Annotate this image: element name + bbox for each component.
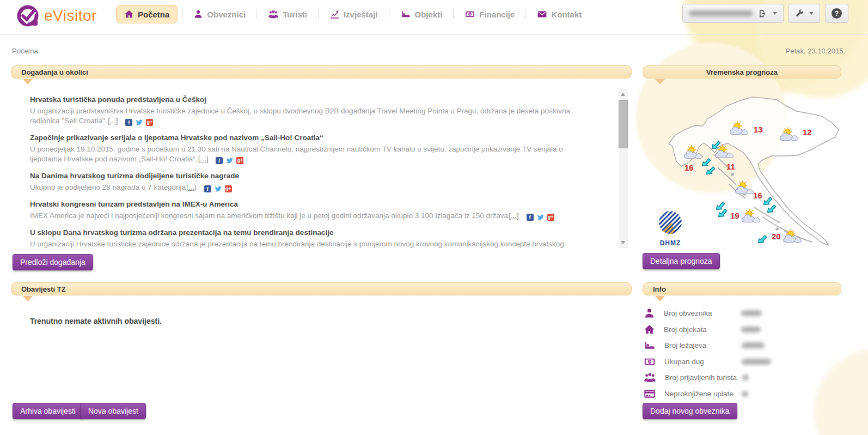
- facebook-icon[interactable]: f: [216, 157, 223, 164]
- googleplus-icon[interactable]: g+: [547, 214, 554, 221]
- temp-label: 20: [772, 232, 781, 241]
- info-label: Neproknjižene uplate: [664, 390, 742, 398]
- money-icon: [464, 9, 475, 19]
- event-item: Hrvatska turistička ponuda predstavljena…: [30, 95, 587, 126]
- notices-archive-button[interactable]: Arhiva obavijesti: [13, 403, 83, 419]
- nav-item-pocetna[interactable]: Početna: [116, 5, 178, 23]
- nav-divider: [256, 9, 257, 19]
- evisitor-logo[interactable]: eVisitor: [16, 4, 97, 27]
- event-title: U sklopu Dana hrvatskog turizma održana …: [30, 228, 587, 238]
- add-obveznik-button[interactable]: Dodaj novog obveznika: [643, 403, 737, 419]
- question-icon: ?: [832, 8, 842, 19]
- help-button[interactable]: ?: [825, 4, 848, 23]
- event-summary: U ponedjeljak 19.10.2015. godine s počet…: [30, 144, 587, 164]
- user-menu-button[interactable]: [682, 4, 784, 23]
- read-more-link[interactable]: [...]: [108, 117, 118, 125]
- info-row-lezajevi: Broj ležajeva: [643, 337, 841, 354]
- read-more-link[interactable]: [...]: [186, 183, 197, 191]
- weather-panel-header: Vremenska prognoza: [643, 65, 841, 78]
- nav-item-kontakt[interactable]: Kontakt: [530, 6, 588, 22]
- person-icon: [193, 9, 203, 19]
- nav-divider: [453, 9, 454, 19]
- event-title: Započinje prikazivanje serijala o ljepot…: [30, 133, 587, 143]
- home-icon: [124, 9, 134, 19]
- info-row-dug: Ukupan dug: [643, 354, 841, 370]
- evisitor-logo-icon: [16, 4, 39, 27]
- wrench-icon: [795, 9, 804, 18]
- redacted-value: [742, 391, 748, 397]
- redacted-value: [742, 342, 765, 348]
- info-label: Ukupan dug: [664, 358, 742, 366]
- breadcrumb[interactable]: Početna: [12, 47, 38, 55]
- event-summary: U organizaciji predstavništva Hrvatske t…: [30, 106, 587, 126]
- event-item: U sklopu Dana hrvatskog turizma održana …: [30, 228, 587, 249]
- app-header: eVisitor Početna Obveznici Turisti Izvje…: [0, 0, 868, 34]
- redacted-value: [741, 327, 761, 333]
- home-icon: [644, 324, 655, 335]
- read-more-link[interactable]: [...]: [509, 212, 519, 220]
- twitter-icon[interactable]: [136, 119, 143, 126]
- redacted-value: [742, 359, 771, 365]
- temp-label: 11: [726, 162, 735, 171]
- current-date: Petak, 23.10.2015.: [786, 47, 845, 55]
- twitter-icon[interactable]: [537, 214, 544, 221]
- new-notice-button[interactable]: Nova obavijest: [81, 403, 146, 419]
- temp-label: 16: [753, 191, 762, 200]
- events-panel-header: Događanja u okolici: [11, 65, 632, 78]
- nav-divider: [182, 9, 182, 19]
- info-row-objekti: Broj objekata: [643, 322, 841, 338]
- panel-pointer: [655, 79, 665, 84]
- twitter-icon[interactable]: [226, 157, 233, 164]
- group-icon: [644, 372, 656, 383]
- event-body: U ponedjeljak 19.10.2015. godine s počet…: [30, 145, 563, 163]
- googleplus-icon[interactable]: g+: [225, 185, 232, 192]
- event-summary: U organizaciji Hrvatske turističke zajed…: [30, 239, 587, 249]
- info-stats: Broj obveznika Broj objekata Broj ležaje…: [643, 305, 841, 402]
- detailed-forecast-button[interactable]: Detaljna prognoza: [643, 253, 720, 269]
- info-row-obveznici: Broj obveznika: [643, 305, 841, 322]
- nav-item-financije[interactable]: Financije: [458, 6, 521, 22]
- chevron-down-icon: [773, 12, 777, 15]
- googleplus-icon[interactable]: g+: [146, 119, 153, 126]
- user-name-redacted: [689, 10, 753, 16]
- facebook-icon[interactable]: f: [527, 214, 534, 221]
- nav-label: Kontakt: [551, 10, 582, 19]
- suggest-events-button[interactable]: Predloži događanja: [13, 254, 93, 270]
- nav-item-objekti[interactable]: Objekti: [394, 6, 449, 22]
- header-divider: [0, 34, 868, 35]
- settings-button[interactable]: [788, 4, 820, 23]
- nav-item-obveznici[interactable]: Obveznici: [187, 6, 252, 22]
- panel-pointer: [655, 296, 665, 301]
- event-item: Hrvatski kongresni turizam predstavljen …: [30, 200, 587, 221]
- redacted-value: [741, 310, 762, 316]
- scroll-up-arrow[interactable]: [621, 93, 625, 96]
- info-row-turisti: Broj prijavljenih turista: [643, 370, 841, 386]
- notices-panel-header: Obavijesti TZ: [11, 282, 632, 295]
- read-more-link[interactable]: [...]: [198, 155, 209, 163]
- info-panel-header: Info: [643, 282, 841, 295]
- croatia-outline: [669, 97, 839, 245]
- mail-icon: [537, 9, 547, 19]
- events-list[interactable]: Hrvatska turistička ponuda predstavljena…: [11, 86, 614, 249]
- event-item: Započinje prikazivanje serijala o ljepot…: [30, 133, 587, 164]
- events-scrollbar[interactable]: [619, 89, 628, 248]
- scroll-down-arrow[interactable]: [621, 241, 625, 244]
- event-body: Ukupno je podijeljeno 28 nagrada u 7 kat…: [30, 183, 186, 191]
- nav-divider: [318, 9, 319, 19]
- twitter-icon[interactable]: [215, 185, 222, 192]
- bed-icon: [644, 340, 656, 351]
- googleplus-icon[interactable]: g+: [236, 157, 243, 164]
- chevron-down-icon: [809, 12, 814, 15]
- nav-divider: [389, 9, 389, 19]
- facebook-icon[interactable]: f: [125, 119, 132, 126]
- nav-item-turisti[interactable]: Turisti: [261, 6, 314, 22]
- dhmz-logo: DHMZ: [655, 210, 686, 247]
- nav-item-izvjestaji[interactable]: Izvještaji: [323, 6, 384, 22]
- info-panel-title: Info: [653, 285, 666, 293]
- scrollbar-thumb[interactable]: [619, 100, 628, 148]
- facebook-icon[interactable]: f: [204, 185, 211, 192]
- money-icon: [644, 356, 656, 367]
- no-notices-message: Trenutno nemate aktivnih obavijesti.: [30, 317, 162, 325]
- bed-icon: [400, 9, 411, 19]
- nav-label: Početna: [138, 10, 169, 19]
